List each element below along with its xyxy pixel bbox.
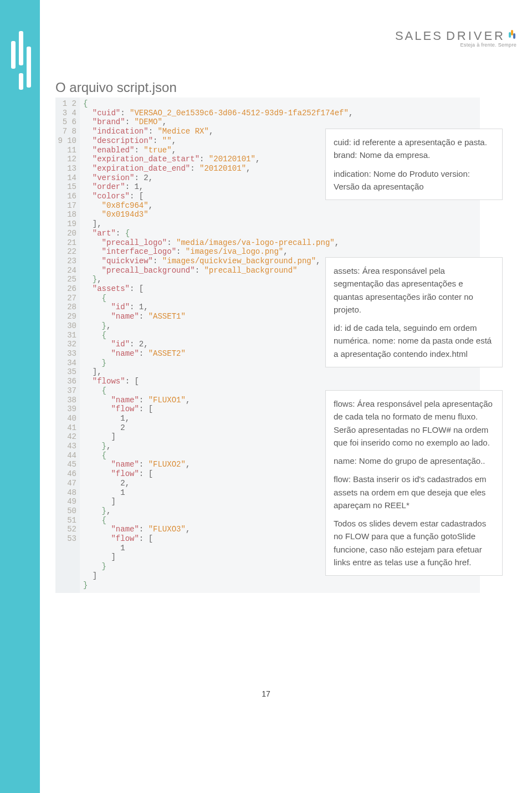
side-stripe xyxy=(0,0,40,793)
annotation-assets: assets: Área responsável pela segmentaçã… xyxy=(325,257,503,367)
brand-bars-icon xyxy=(509,30,516,42)
code-gutter: 1 2 3 4 5 6 7 8 9 10 11 12 13 14 15 16 1… xyxy=(55,98,80,593)
annotation-cuid: cuid: id referente a apresentação e past… xyxy=(325,129,503,200)
page-number: 17 xyxy=(0,689,532,698)
annotation-text: name: Nome do grupo de apresentação.. xyxy=(334,454,494,467)
brand-logo: SALES DRIVER Esteja à frente. Sempre xyxy=(395,29,516,48)
document-page: SALES DRIVER Esteja à frente. Sempre O a… xyxy=(0,0,532,793)
annotation-text: id: id de cada tela, seguindo em ordem n… xyxy=(334,321,494,360)
annotation-text: cuid: id referente a apresentação e past… xyxy=(334,136,494,162)
annotation-text: flow: Basta inserir os id's cadastrados … xyxy=(334,473,494,511)
page-title: O arquivo script.json xyxy=(55,80,177,95)
annotation-flows: flows: Área responsável pela apresentaçã… xyxy=(325,390,503,576)
annotation-text: flows: Área responsável pela apresentaçã… xyxy=(334,397,494,449)
brand-word-2: DRIVER xyxy=(446,29,505,43)
annotation-text: indication: Nome do Produto version: Ver… xyxy=(334,167,494,193)
annotation-text: Todos os slides devem estar cadastrados … xyxy=(334,517,494,569)
side-logo-icon xyxy=(11,31,31,91)
brand-word-1: SALES xyxy=(395,29,443,43)
annotation-text: assets: Área responsável pela segmentaçã… xyxy=(334,264,494,316)
